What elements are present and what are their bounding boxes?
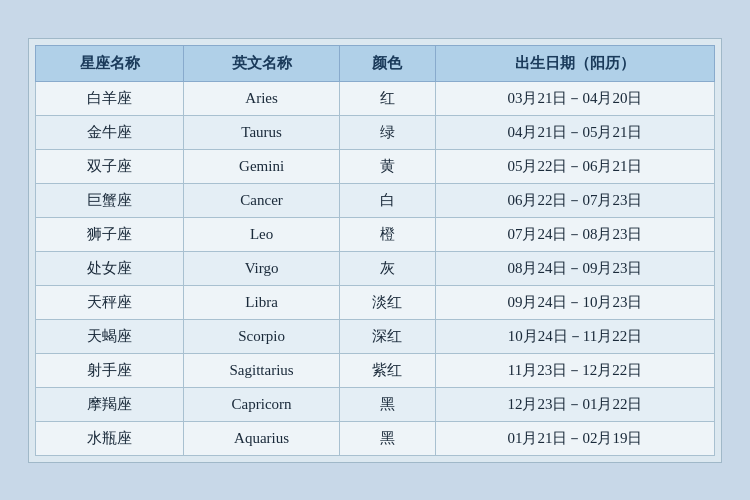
- cell-chinese-name: 双子座: [36, 149, 184, 183]
- cell-color: 黑: [339, 387, 435, 421]
- table-row: 射手座Sagittarius紫红11月23日－12月22日: [36, 353, 715, 387]
- cell-chinese-name: 射手座: [36, 353, 184, 387]
- table-row: 白羊座Aries红03月21日－04月20日: [36, 81, 715, 115]
- cell-chinese-name: 摩羯座: [36, 387, 184, 421]
- cell-english-name: Aries: [184, 81, 340, 115]
- table-row: 金牛座Taurus绿04月21日－05月21日: [36, 115, 715, 149]
- cell-color: 深红: [339, 319, 435, 353]
- cell-date: 07月24日－08月23日: [435, 217, 714, 251]
- cell-english-name: Gemini: [184, 149, 340, 183]
- cell-chinese-name: 狮子座: [36, 217, 184, 251]
- cell-color: 淡红: [339, 285, 435, 319]
- cell-date: 05月22日－06月21日: [435, 149, 714, 183]
- cell-english-name: Virgo: [184, 251, 340, 285]
- cell-chinese-name: 天蝎座: [36, 319, 184, 353]
- header-color: 颜色: [339, 45, 435, 81]
- cell-english-name: Libra: [184, 285, 340, 319]
- cell-chinese-name: 处女座: [36, 251, 184, 285]
- cell-date: 03月21日－04月20日: [435, 81, 714, 115]
- cell-english-name: Scorpio: [184, 319, 340, 353]
- cell-english-name: Capricorn: [184, 387, 340, 421]
- cell-color: 黄: [339, 149, 435, 183]
- cell-chinese-name: 白羊座: [36, 81, 184, 115]
- table-row: 天秤座Libra淡红09月24日－10月23日: [36, 285, 715, 319]
- cell-chinese-name: 巨蟹座: [36, 183, 184, 217]
- cell-color: 白: [339, 183, 435, 217]
- cell-color: 紫红: [339, 353, 435, 387]
- cell-english-name: Leo: [184, 217, 340, 251]
- header-date: 出生日期（阳历）: [435, 45, 714, 81]
- cell-date: 06月22日－07月23日: [435, 183, 714, 217]
- table-row: 狮子座Leo橙07月24日－08月23日: [36, 217, 715, 251]
- cell-date: 12月23日－01月22日: [435, 387, 714, 421]
- header-english-name: 英文名称: [184, 45, 340, 81]
- table-body: 白羊座Aries红03月21日－04月20日金牛座Taurus绿04月21日－0…: [36, 81, 715, 455]
- cell-color: 灰: [339, 251, 435, 285]
- zodiac-table: 星座名称 英文名称 颜色 出生日期（阳历） 白羊座Aries红03月21日－04…: [35, 45, 715, 456]
- cell-chinese-name: 天秤座: [36, 285, 184, 319]
- cell-english-name: Taurus: [184, 115, 340, 149]
- cell-date: 08月24日－09月23日: [435, 251, 714, 285]
- table-row: 水瓶座Aquarius黑01月21日－02月19日: [36, 421, 715, 455]
- cell-date: 01月21日－02月19日: [435, 421, 714, 455]
- cell-date: 11月23日－12月22日: [435, 353, 714, 387]
- cell-date: 10月24日－11月22日: [435, 319, 714, 353]
- table-row: 处女座Virgo灰08月24日－09月23日: [36, 251, 715, 285]
- cell-english-name: Cancer: [184, 183, 340, 217]
- table-row: 巨蟹座Cancer白06月22日－07月23日: [36, 183, 715, 217]
- header-chinese-name: 星座名称: [36, 45, 184, 81]
- cell-color: 黑: [339, 421, 435, 455]
- cell-chinese-name: 水瓶座: [36, 421, 184, 455]
- table-row: 天蝎座Scorpio深红10月24日－11月22日: [36, 319, 715, 353]
- cell-date: 09月24日－10月23日: [435, 285, 714, 319]
- cell-english-name: Sagittarius: [184, 353, 340, 387]
- cell-color: 绿: [339, 115, 435, 149]
- cell-color: 橙: [339, 217, 435, 251]
- table-row: 摩羯座Capricorn黑12月23日－01月22日: [36, 387, 715, 421]
- zodiac-table-container: 星座名称 英文名称 颜色 出生日期（阳历） 白羊座Aries红03月21日－04…: [28, 38, 722, 463]
- table-header-row: 星座名称 英文名称 颜色 出生日期（阳历）: [36, 45, 715, 81]
- cell-date: 04月21日－05月21日: [435, 115, 714, 149]
- table-row: 双子座Gemini黄05月22日－06月21日: [36, 149, 715, 183]
- cell-chinese-name: 金牛座: [36, 115, 184, 149]
- cell-color: 红: [339, 81, 435, 115]
- cell-english-name: Aquarius: [184, 421, 340, 455]
